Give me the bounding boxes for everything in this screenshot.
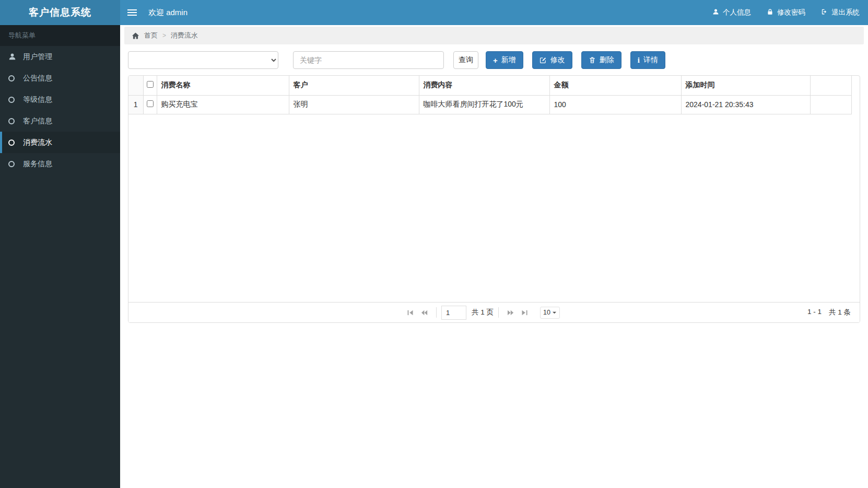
add-button[interactable]: + 新增 [486,51,523,69]
cell-consumption-name: 购买充电宝 [157,95,289,114]
main-area: 欢迎 admin 个人信息 修改密码 [120,0,868,488]
sidebar-item-label: 公告信息 [23,74,52,83]
app-title: 客户信息系统 [29,6,91,19]
data-table: 消费名称 客户 消费内容 金额 添加时间 1 [128,76,852,114]
sidebar-item-services[interactable]: 服务信息 [0,153,120,175]
search-button[interactable]: 查询 [453,51,478,69]
top-navbar: 欢迎 admin 个人信息 修改密码 [120,0,868,25]
lock-icon [767,8,773,17]
sidebar-item-consumption[interactable]: 消费流水 [0,132,120,153]
pagination-summary: 1 - 1 共 1 条 [807,308,851,317]
table-row[interactable]: 1 购买充电宝 张明 咖啡大师看房间打开花了100元 100 2024-01-2… [128,95,852,114]
circle-icon [8,75,23,82]
cell-content: 咖啡大师看房间打开花了100元 [419,95,549,114]
info-icon: i [638,56,640,64]
summary-range: 1 - 1 [807,308,822,317]
edit-button-label: 修改 [550,55,565,65]
detail-button[interactable]: i 详情 [630,51,665,69]
change-password-link[interactable]: 修改密码 [767,8,805,17]
circle-icon [8,161,23,167]
last-page-icon[interactable] [518,307,532,318]
sidebar-item-label: 等级信息 [23,95,52,104]
profile-link-label: 个人信息 [723,8,751,17]
total-pages-label: 共 1 页 [472,308,494,317]
sidebar-item-customers[interactable]: 客户信息 [0,110,120,132]
user-icon [8,53,23,61]
column-row-number [128,76,143,95]
chevron-right-icon: > [162,32,166,39]
row-checkbox[interactable] [147,100,154,107]
keyword-input[interactable] [293,51,444,69]
column-select-all [143,76,157,95]
summary-total: 共 1 条 [829,308,851,317]
circle-icon [8,118,23,124]
next-page-icon[interactable] [503,307,518,318]
detail-button-label: 详情 [643,55,658,65]
home-icon[interactable] [132,32,139,40]
page-content: 查询 + 新增 修改 删除 i [120,44,868,488]
prev-page-icon[interactable] [417,307,431,318]
sidebar-item-label: 用户管理 [23,52,52,62]
row-select-cell [143,95,157,114]
select-all-checkbox[interactable] [147,81,154,88]
delete-button-label: 删除 [600,55,614,65]
divider [436,307,437,318]
trash-icon [589,56,596,64]
user-icon [712,8,719,17]
table-header-row: 消费名称 客户 消费内容 金额 添加时间 [128,76,852,95]
profile-link[interactable]: 个人信息 [712,8,751,17]
breadcrumb-current: 消费流水 [171,31,198,40]
pagination-controls: 共 1 页 10 [403,303,560,322]
column-amount: 金额 [549,76,681,95]
column-content: 消费内容 [419,76,549,95]
page-number-input[interactable] [441,306,466,320]
breadcrumb: 首页 > 消费流水 [124,27,864,44]
logout-link-label: 退出系统 [831,8,860,17]
breadcrumb-home[interactable]: 首页 [144,31,158,40]
app-root: 客户信息系统 导航菜单 用户管理 公告信息 等级信息 客户信息 消费流水 服务信… [0,0,868,488]
column-consumption-name: 消费名称 [157,76,289,95]
sidebar-item-label: 客户信息 [23,117,52,126]
edit-button[interactable]: 修改 [532,51,572,69]
delete-button[interactable]: 删除 [581,51,621,69]
divider [498,307,499,318]
edit-icon [539,56,547,64]
welcome-text: 欢迎 admin [148,8,187,18]
toolbar: 查询 + 新增 修改 删除 i [128,51,860,69]
plus-icon: + [493,56,498,64]
pagination-bar: 共 1 页 10 1 - 1 [128,302,860,322]
sidebar-menu-header: 导航菜单 [0,25,120,46]
filter-select[interactable] [128,51,278,69]
sidebar-item-notices[interactable]: 公告信息 [0,67,120,89]
add-button-label: 新增 [501,55,516,65]
row-number-cell: 1 [128,95,143,114]
column-filler [810,76,852,95]
sidebar-item-levels[interactable]: 等级信息 [0,89,120,110]
cell-add-time: 2024-01-21 20:35:43 [681,95,810,114]
page-size-select[interactable]: 10 [540,307,560,319]
page-size-value: 10 [543,309,550,316]
column-add-time: 添加时间 [681,76,810,95]
column-customer: 客户 [289,76,419,95]
app-logo[interactable]: 客户信息系统 [0,0,120,25]
first-page-icon[interactable] [403,307,417,318]
sidebar-item-users[interactable]: 用户管理 [0,46,120,67]
navbar-links: 个人信息 修改密码 退出系统 [712,8,868,17]
sign-out-icon [821,8,828,17]
circle-icon [8,140,23,146]
circle-icon [8,97,23,103]
sidebar-item-label: 服务信息 [23,159,52,169]
hamburger-menu-icon[interactable] [120,0,144,25]
cell-filler [810,95,852,114]
chevron-down-icon [552,310,557,315]
sidebar-item-label: 消费流水 [23,138,52,147]
sidebar: 客户信息系统 导航菜单 用户管理 公告信息 等级信息 客户信息 消费流水 服务信… [0,0,120,488]
logout-link[interactable]: 退出系统 [821,8,860,17]
cell-customer: 张明 [289,95,419,114]
cell-amount: 100 [549,95,681,114]
change-password-link-label: 修改密码 [777,8,805,17]
data-table-container: 消费名称 客户 消费内容 金额 添加时间 1 [128,75,860,323]
